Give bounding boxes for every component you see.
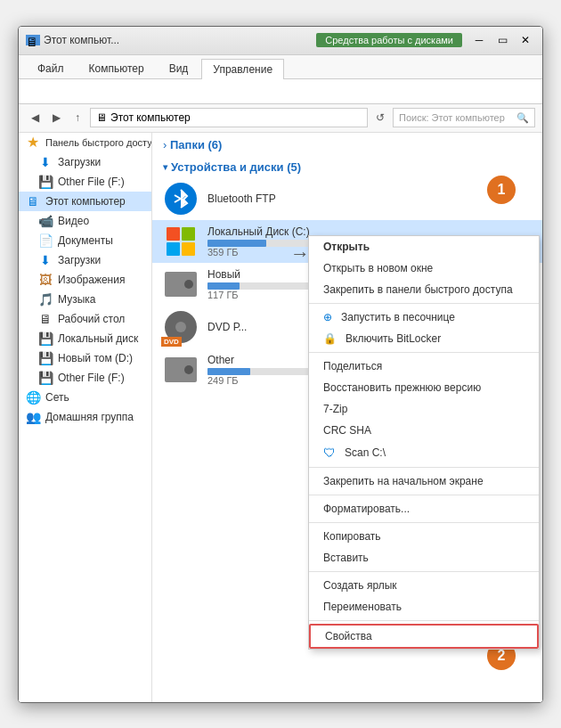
- context-shortcut[interactable]: Создать ярлык: [309, 575, 539, 596]
- sidebar-item-desktop[interactable]: 🖥 Рабочий стол: [19, 309, 151, 329]
- context-sandbox[interactable]: ⊕ Запустить в песочнице: [309, 307, 539, 328]
- refresh-button[interactable]: ↺: [371, 109, 389, 127]
- context-open[interactable]: Открыть: [309, 236, 539, 258]
- context-7zip-label: 7-Zip: [323, 403, 347, 415]
- devices-header-text: Устройства и диски (5): [171, 160, 301, 174]
- documents-icon: 📄: [38, 233, 53, 248]
- forward-button[interactable]: ▶: [47, 109, 65, 127]
- context-share-label: Поделиться: [323, 360, 382, 372]
- context-paste[interactable]: Вставить: [309, 547, 539, 568]
- context-share[interactable]: Поделиться: [309, 356, 539, 377]
- drive-icon-f: 💾: [38, 175, 53, 189]
- sidebar-item-network[interactable]: 🌐 Сеть: [19, 388, 151, 407]
- maximize-button[interactable]: ▭: [492, 30, 512, 50]
- search-field[interactable]: Поиск: Этот компьютер 🔍: [393, 108, 535, 127]
- windows-logo-icon: [167, 227, 195, 256]
- sidebar-thispc-label: Этот компьютер: [45, 195, 126, 208]
- chevron-down-icon: ▾: [163, 162, 167, 172]
- homegroup-icon: 👥: [26, 410, 40, 424]
- explorer-window: 🖥 Этот компьют... Средства работы с диск…: [18, 26, 543, 703]
- svg-line-0: [175, 195, 181, 199]
- minimize-button[interactable]: ─: [469, 30, 489, 50]
- ribbon-extra-tab[interactable]: Средства работы с дисками: [316, 33, 462, 47]
- sidebar: ★ Панель быстрого доступа ⬇ Загрузки 💾 O…: [19, 133, 152, 702]
- context-crcsha-label: CRC SHA: [323, 424, 371, 437]
- drive-item-bluetooth[interactable]: Bluetooth FTP: [152, 177, 542, 220]
- main-layout: ★ Панель быстрого доступа ⬇ Загрузки 💾 O…: [19, 133, 542, 702]
- sidebar-item-homegroup[interactable]: 👥 Домашняя группа: [19, 407, 151, 427]
- network-icon: 🌐: [26, 390, 40, 405]
- context-sandbox-label: Запустить в песочнице: [341, 311, 455, 323]
- local-c-bar: [207, 240, 266, 247]
- context-restore-label: Восстановить прежнюю версию: [323, 381, 481, 394]
- video-icon: 📹: [38, 214, 53, 228]
- separator-1: [309, 303, 539, 304]
- context-paste-label: Вставить: [323, 552, 369, 564]
- context-menu: Открыть Открыть в новом окне Закрепить в…: [308, 235, 540, 650]
- context-pin-start[interactable]: Закрепить на начальном экране: [309, 470, 539, 492]
- sidebar-item-newvol[interactable]: 💾 Новый том (D:): [19, 348, 151, 368]
- separator-3: [309, 467, 539, 468]
- context-bitlocker[interactable]: 🔒 Включить BitLocker: [309, 328, 539, 349]
- context-bitlocker-label: Включить BitLocker: [346, 332, 441, 345]
- tab-file[interactable]: Файл: [26, 58, 76, 78]
- hdd-icon-other: [165, 357, 197, 382]
- sidebar-item-localc[interactable]: 💾 Локальный диск: [19, 329, 151, 348]
- hdd-f-icon: 💾: [38, 371, 53, 385]
- context-scan-label: Scan C:\: [345, 446, 386, 459]
- sidebar-downloads2-label: Загрузки: [58, 254, 101, 266]
- sidebar-item-downloads1[interactable]: ⬇ Загрузки: [19, 152, 151, 172]
- sidebar-images-label: Изображения: [58, 274, 125, 286]
- bluetooth-drive-icon: [163, 181, 199, 217]
- folders-header-text: Папки (6): [170, 138, 222, 151]
- search-placeholder: Поиск: Этот компьютер: [399, 112, 505, 123]
- context-pin-quick-label: Закрепить в панели быстрого доступа: [323, 283, 513, 296]
- sandbox-icon: ⊕: [323, 311, 332, 323]
- context-open-new-window[interactable]: Открыть в новом окне: [309, 258, 539, 279]
- other-drive-icon: [163, 352, 199, 388]
- back-button[interactable]: ◀: [26, 109, 44, 127]
- devices-header: ▾ Устройства и диски (5): [152, 157, 542, 177]
- downloads-icon: ⬇: [38, 253, 53, 267]
- close-button[interactable]: ✕: [516, 30, 535, 50]
- context-rename[interactable]: Переименовать: [309, 596, 539, 618]
- context-open-new-label: Открыть в новом окне: [323, 262, 433, 274]
- step-badge-1: 1: [487, 176, 516, 204]
- title-bar: 🖥 Этот компьют... Средства работы с диск…: [19, 27, 542, 55]
- local-c-icon: [163, 224, 199, 259]
- address-field[interactable]: 🖥 Этот компьютер: [90, 108, 368, 127]
- sidebar-item-downloads2[interactable]: ⬇ Загрузки: [19, 250, 151, 270]
- window-icon: 🖥: [26, 35, 40, 45]
- sidebar-item-thispc[interactable]: 🖥 Этот компьютер: [19, 192, 151, 211]
- sidebar-music-label: Музыка: [58, 293, 95, 306]
- context-crcsha[interactable]: CRC SHA: [309, 420, 539, 441]
- sidebar-otherfile-label: Other File (F:): [58, 176, 125, 188]
- context-properties[interactable]: Свойства: [309, 624, 539, 649]
- sidebar-item-documents[interactable]: 📄 Документы: [19, 231, 151, 250]
- context-format[interactable]: Форматировать...: [309, 498, 539, 519]
- context-format-label: Форматировать...: [323, 503, 410, 515]
- content-area: › Папки (6) ▾ Устройства и диски (5): [152, 133, 542, 702]
- sidebar-otherf-label: Other File (F:): [58, 372, 125, 384]
- tab-computer[interactable]: Компьютер: [77, 58, 156, 78]
- context-copy[interactable]: Копировать: [309, 526, 539, 547]
- new-vol-bar-container: [207, 282, 314, 290]
- sidebar-item-quickaccess[interactable]: ★ Панель быстрого доступа: [19, 133, 151, 152]
- sidebar-item-otherf[interactable]: 💾 Other File (F:): [19, 368, 151, 388]
- sidebar-quickaccess-label: Панель быстрого доступа: [45, 137, 151, 148]
- sidebar-item-otherfile[interactable]: 💾 Other File (F:): [19, 172, 151, 192]
- music-icon: 🎵: [38, 292, 53, 307]
- context-scan[interactable]: 🛡 Scan C:\: [309, 441, 539, 464]
- folders-header: › Папки (6): [152, 133, 542, 157]
- sidebar-item-music[interactable]: 🎵 Музыка: [19, 290, 151, 309]
- new-vol-bar: [207, 282, 240, 290]
- sidebar-item-video[interactable]: 📹 Видео: [19, 211, 151, 231]
- context-pin-quick[interactable]: Закрепить в панели быстрого доступа: [309, 279, 539, 300]
- tab-manage[interactable]: Управление: [201, 59, 284, 79]
- context-restore[interactable]: Восстановить прежнюю версию: [309, 377, 539, 398]
- context-7zip[interactable]: 7-Zip: [309, 398, 539, 420]
- context-open-label: Открыть: [323, 241, 370, 253]
- tab-view[interactable]: Вид: [158, 58, 200, 78]
- sidebar-item-images[interactable]: 🖼 Изображения: [19, 270, 151, 290]
- up-button[interactable]: ↑: [69, 109, 86, 127]
